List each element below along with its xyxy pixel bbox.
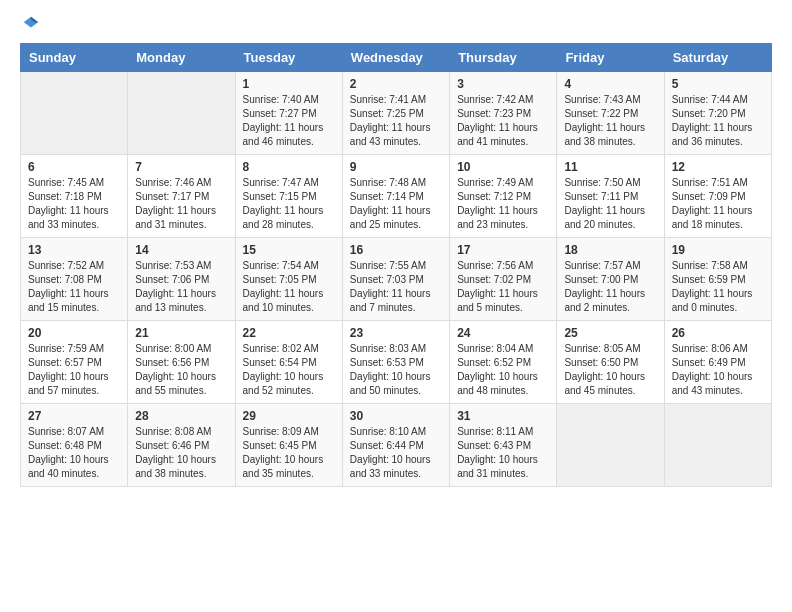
day-number: 20: [28, 326, 120, 340]
calendar-cell: 1Sunrise: 7:40 AM Sunset: 7:27 PM Daylig…: [235, 72, 342, 155]
calendar-cell: 20Sunrise: 7:59 AM Sunset: 6:57 PM Dayli…: [21, 321, 128, 404]
calendar-cell: 4Sunrise: 7:43 AM Sunset: 7:22 PM Daylig…: [557, 72, 664, 155]
day-info: Sunrise: 8:07 AM Sunset: 6:48 PM Dayligh…: [28, 425, 120, 481]
calendar-cell: 7Sunrise: 7:46 AM Sunset: 7:17 PM Daylig…: [128, 155, 235, 238]
day-number: 10: [457, 160, 549, 174]
calendar-cell: [664, 404, 771, 487]
day-number: 7: [135, 160, 227, 174]
day-number: 31: [457, 409, 549, 423]
weekday-header-sunday: Sunday: [21, 44, 128, 72]
calendar-week-4: 20Sunrise: 7:59 AM Sunset: 6:57 PM Dayli…: [21, 321, 772, 404]
day-number: 23: [350, 326, 442, 340]
day-number: 22: [243, 326, 335, 340]
day-number: 11: [564, 160, 656, 174]
calendar-week-3: 13Sunrise: 7:52 AM Sunset: 7:08 PM Dayli…: [21, 238, 772, 321]
day-info: Sunrise: 8:00 AM Sunset: 6:56 PM Dayligh…: [135, 342, 227, 398]
day-info: Sunrise: 8:04 AM Sunset: 6:52 PM Dayligh…: [457, 342, 549, 398]
day-number: 15: [243, 243, 335, 257]
day-info: Sunrise: 7:52 AM Sunset: 7:08 PM Dayligh…: [28, 259, 120, 315]
calendar-cell: 21Sunrise: 8:00 AM Sunset: 6:56 PM Dayli…: [128, 321, 235, 404]
day-info: Sunrise: 7:57 AM Sunset: 7:00 PM Dayligh…: [564, 259, 656, 315]
day-number: 6: [28, 160, 120, 174]
day-number: 19: [672, 243, 764, 257]
calendar-cell: 16Sunrise: 7:55 AM Sunset: 7:03 PM Dayli…: [342, 238, 449, 321]
day-number: 5: [672, 77, 764, 91]
calendar-cell: 2Sunrise: 7:41 AM Sunset: 7:25 PM Daylig…: [342, 72, 449, 155]
calendar-cell: [128, 72, 235, 155]
calendar-cell: 29Sunrise: 8:09 AM Sunset: 6:45 PM Dayli…: [235, 404, 342, 487]
day-number: 28: [135, 409, 227, 423]
day-number: 27: [28, 409, 120, 423]
day-info: Sunrise: 8:11 AM Sunset: 6:43 PM Dayligh…: [457, 425, 549, 481]
calendar-cell: 25Sunrise: 8:05 AM Sunset: 6:50 PM Dayli…: [557, 321, 664, 404]
day-number: 2: [350, 77, 442, 91]
day-info: Sunrise: 7:48 AM Sunset: 7:14 PM Dayligh…: [350, 176, 442, 232]
header: [20, 15, 772, 33]
day-info: Sunrise: 7:55 AM Sunset: 7:03 PM Dayligh…: [350, 259, 442, 315]
day-info: Sunrise: 8:02 AM Sunset: 6:54 PM Dayligh…: [243, 342, 335, 398]
day-info: Sunrise: 7:44 AM Sunset: 7:20 PM Dayligh…: [672, 93, 764, 149]
calendar-cell: 30Sunrise: 8:10 AM Sunset: 6:44 PM Dayli…: [342, 404, 449, 487]
day-info: Sunrise: 8:10 AM Sunset: 6:44 PM Dayligh…: [350, 425, 442, 481]
day-info: Sunrise: 7:50 AM Sunset: 7:11 PM Dayligh…: [564, 176, 656, 232]
day-number: 21: [135, 326, 227, 340]
day-info: Sunrise: 7:40 AM Sunset: 7:27 PM Dayligh…: [243, 93, 335, 149]
day-info: Sunrise: 7:41 AM Sunset: 7:25 PM Dayligh…: [350, 93, 442, 149]
day-info: Sunrise: 7:45 AM Sunset: 7:18 PM Dayligh…: [28, 176, 120, 232]
calendar-week-1: 1Sunrise: 7:40 AM Sunset: 7:27 PM Daylig…: [21, 72, 772, 155]
day-number: 12: [672, 160, 764, 174]
day-info: Sunrise: 7:47 AM Sunset: 7:15 PM Dayligh…: [243, 176, 335, 232]
day-info: Sunrise: 8:03 AM Sunset: 6:53 PM Dayligh…: [350, 342, 442, 398]
calendar-cell: 15Sunrise: 7:54 AM Sunset: 7:05 PM Dayli…: [235, 238, 342, 321]
calendar-cell: 27Sunrise: 8:07 AM Sunset: 6:48 PM Dayli…: [21, 404, 128, 487]
calendar-cell: 13Sunrise: 7:52 AM Sunset: 7:08 PM Dayli…: [21, 238, 128, 321]
day-number: 26: [672, 326, 764, 340]
calendar-cell: [21, 72, 128, 155]
day-info: Sunrise: 8:05 AM Sunset: 6:50 PM Dayligh…: [564, 342, 656, 398]
day-number: 18: [564, 243, 656, 257]
day-number: 16: [350, 243, 442, 257]
day-number: 25: [564, 326, 656, 340]
day-number: 14: [135, 243, 227, 257]
calendar-cell: 26Sunrise: 8:06 AM Sunset: 6:49 PM Dayli…: [664, 321, 771, 404]
logo: [20, 15, 40, 33]
day-info: Sunrise: 8:06 AM Sunset: 6:49 PM Dayligh…: [672, 342, 764, 398]
calendar-cell: 17Sunrise: 7:56 AM Sunset: 7:02 PM Dayli…: [450, 238, 557, 321]
day-info: Sunrise: 7:42 AM Sunset: 7:23 PM Dayligh…: [457, 93, 549, 149]
day-info: Sunrise: 7:56 AM Sunset: 7:02 PM Dayligh…: [457, 259, 549, 315]
calendar-cell: 3Sunrise: 7:42 AM Sunset: 7:23 PM Daylig…: [450, 72, 557, 155]
day-number: 1: [243, 77, 335, 91]
calendar-week-5: 27Sunrise: 8:07 AM Sunset: 6:48 PM Dayli…: [21, 404, 772, 487]
calendar-cell: [557, 404, 664, 487]
day-info: Sunrise: 8:09 AM Sunset: 6:45 PM Dayligh…: [243, 425, 335, 481]
weekday-header-tuesday: Tuesday: [235, 44, 342, 72]
day-number: 8: [243, 160, 335, 174]
day-number: 24: [457, 326, 549, 340]
day-info: Sunrise: 7:53 AM Sunset: 7:06 PM Dayligh…: [135, 259, 227, 315]
calendar-cell: 11Sunrise: 7:50 AM Sunset: 7:11 PM Dayli…: [557, 155, 664, 238]
day-number: 29: [243, 409, 335, 423]
weekday-header-monday: Monday: [128, 44, 235, 72]
day-info: Sunrise: 7:49 AM Sunset: 7:12 PM Dayligh…: [457, 176, 549, 232]
calendar-cell: 23Sunrise: 8:03 AM Sunset: 6:53 PM Dayli…: [342, 321, 449, 404]
calendar-cell: 12Sunrise: 7:51 AM Sunset: 7:09 PM Dayli…: [664, 155, 771, 238]
calendar-cell: 22Sunrise: 8:02 AM Sunset: 6:54 PM Dayli…: [235, 321, 342, 404]
calendar-cell: 28Sunrise: 8:08 AM Sunset: 6:46 PM Dayli…: [128, 404, 235, 487]
calendar-cell: 31Sunrise: 8:11 AM Sunset: 6:43 PM Dayli…: [450, 404, 557, 487]
day-info: Sunrise: 7:58 AM Sunset: 6:59 PM Dayligh…: [672, 259, 764, 315]
day-number: 30: [350, 409, 442, 423]
calendar-cell: 18Sunrise: 7:57 AM Sunset: 7:00 PM Dayli…: [557, 238, 664, 321]
day-number: 9: [350, 160, 442, 174]
day-info: Sunrise: 8:08 AM Sunset: 6:46 PM Dayligh…: [135, 425, 227, 481]
weekday-header-wednesday: Wednesday: [342, 44, 449, 72]
logo-flag-icon: [22, 15, 40, 33]
day-number: 3: [457, 77, 549, 91]
weekday-header-saturday: Saturday: [664, 44, 771, 72]
page: SundayMondayTuesdayWednesdayThursdayFrid…: [0, 0, 792, 507]
calendar-cell: 6Sunrise: 7:45 AM Sunset: 7:18 PM Daylig…: [21, 155, 128, 238]
calendar-cell: 14Sunrise: 7:53 AM Sunset: 7:06 PM Dayli…: [128, 238, 235, 321]
weekday-header-thursday: Thursday: [450, 44, 557, 72]
calendar-cell: 19Sunrise: 7:58 AM Sunset: 6:59 PM Dayli…: [664, 238, 771, 321]
day-number: 13: [28, 243, 120, 257]
calendar-table: SundayMondayTuesdayWednesdayThursdayFrid…: [20, 43, 772, 487]
